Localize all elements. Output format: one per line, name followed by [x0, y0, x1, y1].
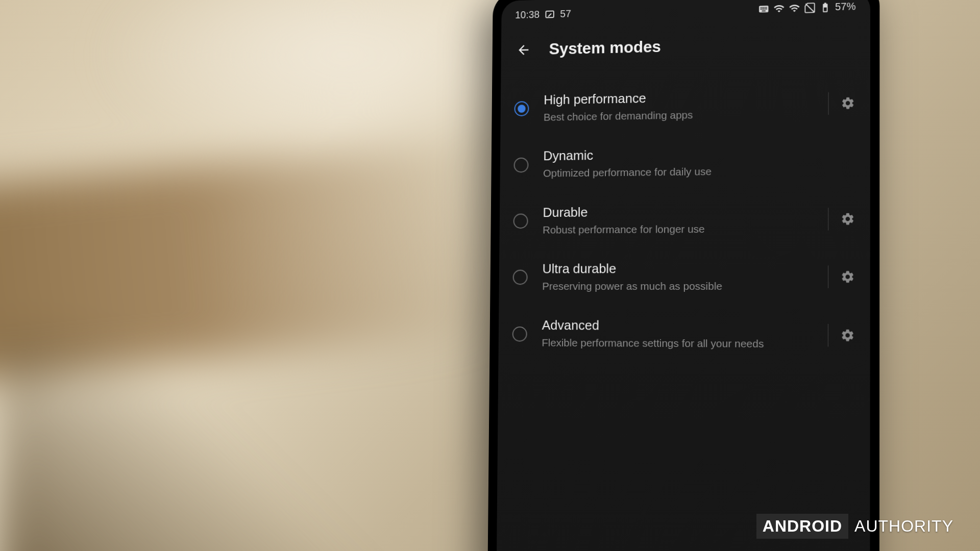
status-bar-right: 57%: [758, 1, 855, 15]
option-desc: Robust performance for longer use: [543, 221, 817, 237]
wifi-icon-secondary: [789, 2, 800, 13]
radio-durable[interactable]: [513, 213, 528, 229]
gear-icon: [841, 212, 855, 227]
phone-screen: 10:38 57: [496, 0, 870, 551]
option-text: Dynamic Optimized performance for daily …: [543, 144, 855, 181]
back-button[interactable]: [514, 41, 532, 59]
option-title: Advanced: [542, 318, 817, 335]
back-arrow-icon: [516, 42, 531, 58]
page-header: System modes: [501, 17, 871, 71]
option-title: High performance: [544, 87, 817, 108]
radio-advanced[interactable]: [512, 326, 527, 341]
gear-icon: [840, 270, 855, 284]
settings-button-ultra-durable[interactable]: [840, 269, 855, 285]
mode-option-ultra-durable[interactable]: Ultra durable Preserving power as much a…: [499, 248, 870, 306]
option-desc: Flexible performance settings for all yo…: [542, 336, 816, 352]
gear-icon: [840, 328, 855, 343]
settings-button-high-performance[interactable]: [840, 95, 856, 111]
option-text: Advanced Flexible performance settings f…: [542, 318, 816, 352]
option-title: Dynamic: [543, 144, 855, 164]
option-divider: [828, 92, 829, 115]
no-sim-icon: [804, 2, 815, 14]
watermark-suffix: AUTHORITY: [848, 514, 960, 539]
option-divider: [828, 323, 828, 346]
option-text: High performance Best choice for demandi…: [544, 87, 817, 124]
option-desc: Optimized performance for daily use: [543, 163, 855, 181]
battery-percent: 57%: [835, 1, 856, 13]
status-bar-left: 10:38 57: [515, 8, 571, 21]
mode-option-high-performance[interactable]: High performance Best choice for demandi…: [500, 74, 870, 137]
option-divider: [828, 208, 828, 230]
watermark: ANDROID AUTHORITY: [756, 514, 960, 539]
radio-dynamic[interactable]: [514, 157, 529, 172]
radio-high-performance[interactable]: [514, 101, 529, 116]
page-title: System modes: [549, 37, 661, 58]
settings-button-durable[interactable]: [840, 211, 856, 227]
mode-option-dynamic[interactable]: Dynamic Optimized performance for daily …: [500, 132, 870, 193]
option-title: Durable: [543, 203, 817, 220]
gear-icon: [841, 96, 855, 111]
status-notification-count: 57: [560, 8, 571, 20]
phone-device: 10:38 57: [487, 0, 879, 551]
system-modes-list: High performance Best choice for demandi…: [498, 64, 870, 375]
keyboard-icon: [758, 3, 769, 14]
wifi-icon: [773, 3, 785, 14]
option-text: Ultra durable Preserving power as much a…: [542, 260, 817, 293]
option-title: Ultra durable: [542, 260, 816, 277]
mode-option-durable[interactable]: Durable Robust performance for longer us…: [499, 190, 870, 249]
option-text: Durable Robust performance for longer us…: [543, 203, 817, 237]
radio-ultra-durable[interactable]: [513, 270, 528, 285]
mode-option-advanced[interactable]: Advanced Flexible performance settings f…: [498, 306, 870, 364]
option-divider: [828, 266, 828, 289]
status-time: 10:38: [515, 9, 540, 21]
battery-icon: [820, 2, 831, 13]
option-desc: Preserving power as much as possible: [542, 279, 817, 294]
settings-button-advanced[interactable]: [840, 328, 855, 343]
option-desc: Best choice for demanding apps: [544, 106, 817, 124]
picture-icon: [545, 9, 555, 20]
watermark-brand: ANDROID: [756, 514, 848, 539]
